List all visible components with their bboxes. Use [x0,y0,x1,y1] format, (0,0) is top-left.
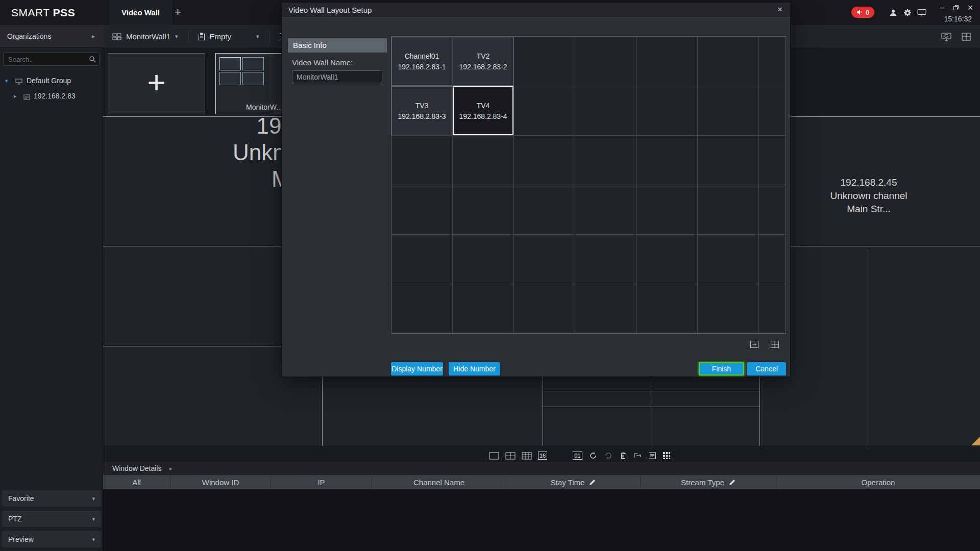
split-16-icon[interactable]: 16 [538,452,547,460]
layout-empty-cell[interactable] [698,185,758,234]
layout-empty-cell[interactable] [636,37,697,86]
layout-empty-cell[interactable] [636,235,697,284]
expand-icon[interactable]: ▸ [14,89,17,103]
tree-item-default-group[interactable]: ▾ Default Group [0,74,103,87]
display-client-icon[interactable] [917,8,926,17]
user-icon[interactable] [889,8,898,17]
layout-empty-cell[interactable] [636,185,697,234]
task-list-icon[interactable] [648,452,656,460]
search-icon[interactable] [89,56,96,65]
tree-item-device[interactable]: ▸ 192.168.2.83 [0,89,103,103]
search-input[interactable] [3,53,100,66]
layout-empty-cell[interactable] [636,136,697,185]
layout-screen-cell[interactable]: TV4192.168.2.83-4 [453,86,513,135]
wall-name-label: Video Wall Name: [292,58,353,67]
layout-empty-cell[interactable] [575,136,636,185]
layout-empty-cell[interactable] [514,235,575,284]
layout-empty-cell[interactable] [636,86,697,135]
collapse-icon[interactable]: ▾ [5,74,8,87]
layout-empty-cell[interactable] [453,136,513,185]
layout-empty-cell[interactable] [698,136,758,185]
layout-empty-cell[interactable] [391,235,452,284]
output-icon[interactable] [633,452,642,460]
scheme-icon [198,33,205,41]
layout-empty-cell[interactable] [391,284,452,333]
fullscreen-handle-icon[interactable] [971,437,980,445]
nav-basic-info[interactable]: Basic Info [288,38,387,53]
layout-empty-cell[interactable] [391,136,452,185]
layout-empty-cell[interactable] [575,37,636,86]
screen-number-icon[interactable]: 01 [573,452,582,460]
edit-stream-type-icon[interactable] [729,479,736,486]
restore-button[interactable] [950,2,962,13]
delete-icon[interactable] [619,452,627,460]
refresh-icon[interactable] [589,451,598,460]
layout-empty-cell[interactable] [453,284,513,333]
wall-config-icon[interactable] [941,33,951,41]
layout-empty-cell[interactable] [759,37,786,86]
close-button[interactable]: × [964,2,976,13]
layout-screen-cell[interactable]: TV2192.168.2.83-2 [453,37,513,86]
layout-empty-cell[interactable] [698,86,758,135]
split-4-icon[interactable] [505,452,516,460]
edit-stay-time-icon[interactable] [589,479,596,486]
layout-empty-cell[interactable] [759,235,786,284]
layout-empty-cell[interactable] [759,86,786,135]
panel-preview[interactable]: Preview ▾ [2,531,101,547]
layout-empty-cell[interactable] [514,136,575,185]
layout-empty-cell[interactable] [514,284,575,333]
panel-favorite[interactable]: Favorite ▾ [2,490,101,507]
wall-name-input[interactable] [292,70,382,83]
hide-number-button[interactable]: Hide Number [449,362,500,375]
layout-empty-cell[interactable] [514,185,575,234]
layout-empty-cell[interactable] [575,86,636,135]
layout-empty-cell[interactable] [453,235,513,284]
window-details-bar[interactable]: Window Details ▸ [103,462,980,475]
layout-empty-cell[interactable] [698,284,758,333]
layout-empty-cell[interactable] [636,284,697,333]
scheme-selector[interactable]: Empty [210,32,232,41]
cancel-button[interactable]: Cancel [747,362,786,375]
display-number-button[interactable]: Display Number [391,362,443,375]
layout-empty-cell[interactable] [575,185,636,234]
header-stay-time: Stay Time [506,475,641,489]
add-monitor-wall-card[interactable]: + [108,53,205,114]
layout-empty-cell[interactable] [514,86,575,135]
screen-name: Channel01 [405,52,439,61]
add-tab-button[interactable]: + [175,0,181,25]
tab-video-wall[interactable]: Video Wall [109,0,172,25]
layout-setup-icon[interactable] [962,33,971,41]
layout-empty-cell[interactable] [698,37,758,86]
panel-ptz[interactable]: PTZ ▾ [2,511,101,527]
header-all[interactable]: All [103,475,170,489]
layout-empty-cell[interactable] [759,284,786,333]
minimize-button[interactable]: – [936,2,948,13]
wall-selector[interactable]: MonitorWall1 [126,32,170,41]
wall-divider [543,391,760,391]
alarm-badge[interactable]: 0 [851,7,874,18]
layout-empty-cell[interactable] [575,235,636,284]
settings-gear-icon[interactable] [903,8,912,17]
chevron-down-icon[interactable]: ▾ [175,33,178,40]
finish-button[interactable]: Finish [699,362,744,375]
layout-screen-cell[interactable]: Channel01192.168.2.83-1 [391,37,452,86]
layout-empty-cell[interactable] [575,284,636,333]
panel-label: Preview [8,531,34,547]
screen-group-icon[interactable] [663,452,671,460]
split-9-icon[interactable] [522,452,532,460]
chevron-down-icon[interactable]: ▾ [256,33,259,40]
layout-empty-cell[interactable] [514,37,575,86]
dialog-close-icon[interactable]: × [774,4,786,15]
layout-empty-cell[interactable] [453,185,513,234]
rotate-icon[interactable] [604,451,613,460]
layout-empty-cell[interactable] [391,185,452,234]
window-split-toolbar: 16 01 [489,451,671,460]
layout-screen-cell[interactable]: TV3192.168.2.83-3 [391,86,452,135]
organizations-header[interactable]: Organizations ▸ [0,25,103,47]
layout-empty-cell[interactable] [698,235,758,284]
layout-empty-cell[interactable] [759,185,786,234]
split-1-icon[interactable] [489,452,499,460]
combine-screens-icon[interactable] [749,339,760,350]
layout-empty-cell[interactable] [759,136,786,185]
split-screens-icon[interactable] [769,339,780,350]
